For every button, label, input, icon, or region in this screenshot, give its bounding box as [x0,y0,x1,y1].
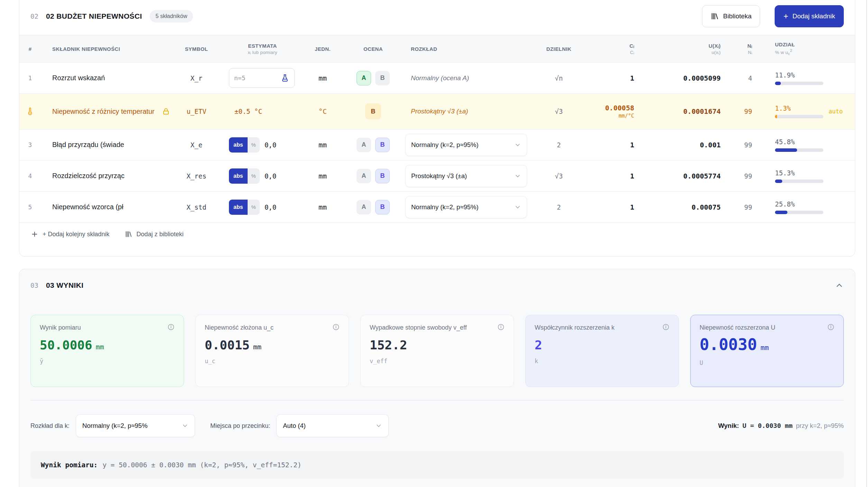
info-icon[interactable] [332,323,340,331]
ocena-b-badge[interactable]: B [365,103,381,119]
abs-segment[interactable]: abs [229,200,248,215]
section-number: 03 [30,282,38,289]
rozklad-dropdown[interactable]: Normalny (k=2, p≈95%) [405,134,527,156]
ocena-b-button[interactable]: B [375,200,390,214]
section-title: 02 BUDŻET NIEPEWNOŚCI [46,12,142,20]
result-inline-summary: Wynik: U = 0.0030 mm przy k=2, p≈95% [718,422,844,430]
rozklad-text: Normalny (ocena A) [405,74,531,82]
library-button[interactable]: Biblioteka [702,5,760,27]
ocena-a-button[interactable]: A [357,71,371,85]
contribution-bar [775,115,823,118]
ni-cell: 99 [721,141,752,149]
dzielnik-cell: √3 [531,172,587,180]
add-from-library-button[interactable]: Dodaj z biblioteki [125,230,184,238]
contribution-bar [775,180,823,183]
abs-percent-toggle[interactable]: abs % [229,137,260,153]
abs-segment[interactable]: abs [229,168,248,184]
budget-section-header: 02 02 BUDŻET NIEPEWNOŚCI 5 składników Bi… [19,0,855,35]
col-header-ci: Cᵢ Cᵢ [587,43,634,55]
divider [30,400,844,401]
unit-cell: mm [304,172,341,180]
result-card-wspolczynnik-k: Współczynnik rozszerzenia k 2 k [525,315,679,387]
estymata-cell: abs % 0,0 [221,168,304,184]
row-number: 3 [19,141,41,148]
components-count-badge: 5 składników [150,10,193,22]
info-icon[interactable] [662,323,670,331]
result-cards: Wynik pomiaru 50.0006mm ȳ Niepewność zło… [30,315,844,387]
flask-icon[interactable] [280,74,289,83]
k-distribution-select[interactable]: Normalny (k=2, p≈95% [76,414,195,437]
estymata-value[interactable]: 0,0 [265,141,276,149]
ocena-toggle: A B [341,169,405,183]
info-icon[interactable] [497,323,505,331]
auto-badge[interactable]: auto [829,108,855,115]
uxi-cell: 0.0005774 [634,172,721,180]
percent-segment[interactable]: % [248,200,260,215]
ocena-b-button[interactable]: B [375,138,390,152]
result-card-niepewnosc-rozszerzona: Niepewność rozszerzona U 0.0030mm U [690,315,844,387]
measurement-result-bar: Wynik pomiaru: y = 50.0006 ± 0.0030 mm (… [30,451,844,479]
table-row-temperature: Niepewność z różnicy temperatur u_ETV ±0… [19,94,855,129]
component-symbol: X_res [172,172,221,180]
decimals-select[interactable]: Auto (4) [276,414,389,437]
ocena-b-button[interactable]: B [375,71,390,85]
lock-icon[interactable] [162,107,170,116]
result-card-niepewnosc-zlozona: Niepewność złożona u_c 0.0015mm u_c [195,315,349,387]
col-header-unit: JEDN. [304,46,341,52]
ci-cell: 1 [587,74,634,82]
info-icon[interactable] [827,323,834,331]
table-row: 4 Rozdzielczość przyrząc X_res abs % 0,0… [19,160,855,192]
row-number: 5 [19,203,41,211]
chevron-down-icon [514,204,521,211]
ocena-a-button[interactable]: A [357,138,371,152]
udzial-cell: 15.3% [752,169,829,183]
ocena-a-button[interactable]: A [357,200,371,214]
percent-segment[interactable]: % [248,168,260,184]
abs-percent-toggle[interactable]: abs % [229,200,260,215]
chevron-up-icon[interactable] [835,281,844,290]
plus-icon: + [783,12,788,20]
results-controls: Rozkład dla k: Normalny (k=2, p≈95% Miej… [30,414,844,437]
add-next-component-button[interactable]: + Dodaj kolejny składnik [31,230,110,238]
component-name: Niepewność wzorca (pł [41,203,172,211]
estymata-value[interactable]: 0,0 [265,172,276,180]
estymata-value[interactable]: 0,0 [265,203,276,211]
scrollbar-track[interactable] [866,0,867,487]
ni-cell: 99 [721,172,752,180]
rozklad-dropdown[interactable]: Normalny (k=2, p≈95%) [405,196,527,218]
add-component-button[interactable]: + Dodaj składnik [775,5,844,27]
udzial-cell: 45.8% [752,138,829,152]
component-symbol: u_ETV [172,108,221,115]
results-section-header[interactable]: 03 03 WYNIKI [19,269,855,290]
abs-percent-toggle[interactable]: abs % [229,168,260,184]
estymata-cell: ±0.5 °C [221,108,304,115]
row-number: 4 [19,172,41,180]
col-header-name: SKŁADNIK NIEPEWNOŚCI [41,46,172,52]
dzielnik-cell: 2 [531,203,587,211]
unit-cell: mm [304,74,341,82]
library-icon [125,230,132,238]
ocena-b-button[interactable]: B [375,169,390,183]
table-row: 1 Rozrzut wskazań X_r n=5 mm A B Normaln… [19,63,855,94]
ci-cell: 1 [587,141,634,149]
chevron-down-icon [182,422,188,429]
table-footer: + Dodaj kolejny składnik Dodaj z bibliot… [19,223,855,246]
component-name: Rozdzielczość przyrząc [41,172,172,180]
info-icon[interactable] [167,323,175,331]
udzial-cell: 25.8% [752,200,829,214]
ocena-a-button[interactable]: A [357,169,371,183]
estymata-cell: abs % 0,0 [221,200,304,215]
uxi-cell: 0.0001674 [634,107,721,116]
percent-segment[interactable]: % [248,137,260,153]
table-header-row: # SKŁADNIK NIEPEWNOŚCI SYMBOL ESTYMATA x… [19,35,855,63]
col-header-uxi: U(Xᵢ) u(xᵢ) [634,43,721,55]
component-symbol: X_std [172,203,221,211]
measurements-input[interactable]: n=5 [229,68,295,88]
ni-cell: 99 [721,108,752,115]
rozklad-dropdown[interactable]: Prostokątny √3 (±a) [405,165,527,187]
abs-segment[interactable]: abs [229,137,248,153]
result-card-wynik-pomiaru: Wynik pomiaru 50.0006mm ȳ [30,315,184,387]
library-icon [711,12,719,20]
chevron-down-icon [514,173,521,180]
component-name: Rozrzut wskazań [41,74,172,82]
